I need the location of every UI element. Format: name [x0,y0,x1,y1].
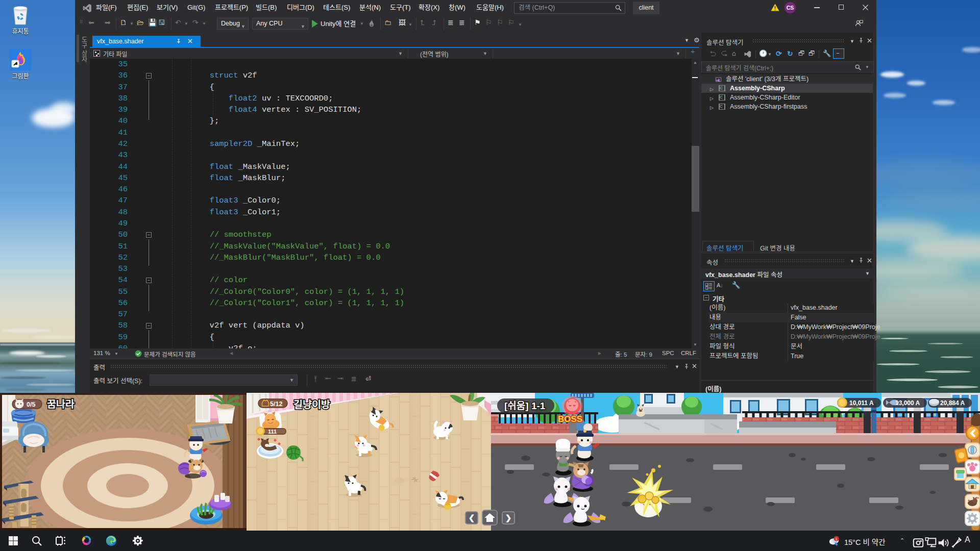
svg-text:10,011 A: 10,011 A [849,399,874,407]
svg-text:BOSS: BOSS [558,414,582,424]
svg-text:꿈나라: 꿈나라 [47,398,75,410]
svg-text:길냥이방: 길냥이방 [293,399,330,410]
svg-text:20,884 A: 20,884 A [940,399,965,407]
svg-text:111: 111 [268,429,277,435]
svg-text:[쉬움] 1-1: [쉬움] 1-1 [504,400,546,411]
svg-text:5/12: 5/12 [270,400,282,408]
svg-text:0/5: 0/5 [27,401,35,408]
svg-text:1: 1 [836,537,838,541]
svg-text:13,000 A: 13,000 A [895,399,920,407]
